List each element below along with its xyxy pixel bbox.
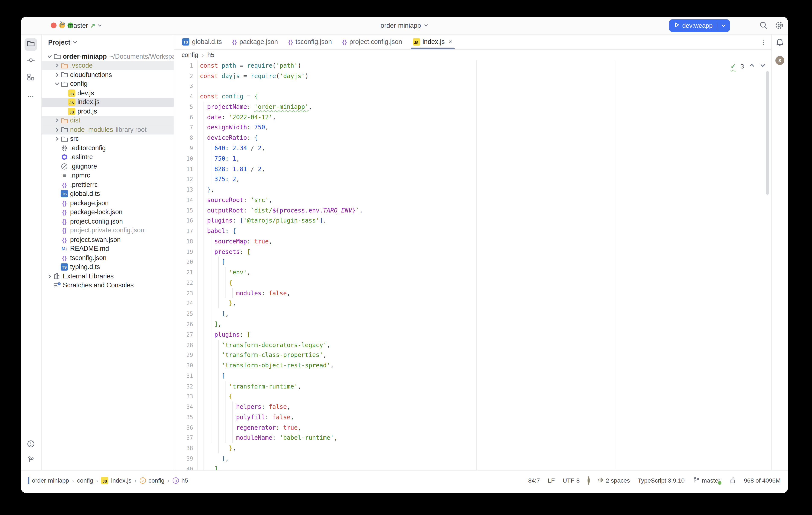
- code-line[interactable]: 15 outputRoot: `dist/${process.env.TARO_…: [174, 205, 771, 215]
- tree-item-prod.js[interactable]: JSprod.js: [42, 107, 174, 116]
- code-line[interactable]: 4const config = {: [174, 91, 771, 102]
- status-crumb-index.js[interactable]: JSindex.js: [101, 477, 132, 484]
- code-line[interactable]: 36 regenerator: true,: [174, 423, 771, 433]
- tree-item-.prettierrc[interactable]: {}.prettierrc: [42, 180, 174, 189]
- tree-item-.vscode[interactable]: .vscode: [42, 61, 174, 70]
- tree-item-order-miniapp[interactable]: order-miniapp~/Documents/Workspace/: [42, 52, 174, 61]
- tree-item-dist[interactable]: dist: [42, 116, 174, 125]
- code-line[interactable]: 2const dayjs = require('dayjs'): [174, 71, 771, 81]
- tree-item-index.js[interactable]: JSindex.js: [42, 98, 174, 107]
- tree-item-cloudfunctions[interactable]: cloudfunctions: [42, 70, 174, 79]
- code-line[interactable]: 28 'transform-decorators-legacy',: [174, 340, 771, 350]
- chevron-right-icon[interactable]: [54, 118, 60, 123]
- status-file-encoding[interactable]: UTF-8: [563, 478, 580, 484]
- activity-project-button[interactable]: [25, 38, 37, 51]
- project-panel-header[interactable]: Project: [42, 34, 174, 50]
- activity-more-tools-button[interactable]: …: [25, 88, 37, 101]
- status-memory-indicator[interactable]: 968 of 4096M: [744, 478, 781, 484]
- search-everywhere-button[interactable]: [759, 21, 768, 30]
- code-line[interactable]: 16 plugins: ['@tarojs/plugin-sass'],: [174, 215, 771, 226]
- chevron-right-icon[interactable]: [54, 63, 60, 68]
- code-line[interactable]: 1const path = require('path'): [174, 60, 771, 71]
- run-button[interactable]: dev:weapp: [669, 19, 730, 32]
- status-crumb-h5[interactable]: ph5: [173, 478, 188, 484]
- status-highlighting-level[interactable]: [587, 478, 589, 484]
- code-line[interactable]: 22 {: [174, 277, 771, 288]
- code-line[interactable]: 25 ],: [174, 308, 771, 319]
- code-line[interactable]: 34 helpers: false,: [174, 402, 771, 412]
- code-line[interactable]: 9 640: 2.34 / 2,: [174, 143, 771, 153]
- breadcrumb-item-config[interactable]: config: [181, 51, 198, 58]
- status-line-separator[interactable]: LF: [548, 478, 555, 484]
- code-line[interactable]: 13 },: [174, 184, 771, 195]
- code-line[interactable]: 7 designWidth: 750,: [174, 122, 771, 133]
- plugin-x-icon[interactable]: X: [775, 56, 784, 65]
- chevron-right-icon[interactable]: [54, 136, 60, 142]
- tree-item-.npmrc[interactable]: ≡.npmrc: [42, 171, 174, 180]
- code-line[interactable]: 40 ],: [174, 464, 771, 470]
- tree-item-project.config.json[interactable]: {}project.config.json: [42, 217, 174, 226]
- code-line[interactable]: 5 projectName: 'order-miniapp',: [174, 102, 771, 112]
- chevron-right-icon[interactable]: [54, 127, 60, 133]
- tree-item-Scratches and Consoles[interactable]: Scratches and Consoles: [42, 281, 174, 290]
- tab-options-kebab-icon[interactable]: ⋮: [760, 38, 767, 46]
- code-line[interactable]: 26 ],: [174, 319, 771, 329]
- tab-global.d.ts[interactable]: TSglobal.d.ts: [177, 34, 227, 49]
- code-line[interactable]: 37 moduleName: 'babel-runtime',: [174, 433, 771, 443]
- activity-commit-button[interactable]: [25, 55, 37, 67]
- status-crumb-order-miniapp[interactable]: order-miniapp: [28, 478, 69, 484]
- code-line[interactable]: 27 plugins: [: [174, 329, 771, 340]
- tab-project.config.json[interactable]: {}project.config.json: [337, 34, 407, 49]
- tree-item-.eslintrc[interactable]: .eslintrc: [42, 153, 174, 162]
- code-line[interactable]: 19 presets: [: [174, 246, 771, 256]
- code-line[interactable]: 30 'transform-object-rest-spread',: [174, 360, 771, 371]
- code-line[interactable]: 31 [: [174, 371, 771, 381]
- breadcrumb-item-h5[interactable]: h5: [207, 51, 214, 58]
- tree-item-project.swan.json[interactable]: {}project.swan.json: [42, 235, 174, 244]
- code-editor[interactable]: 1const path = require('path')2const dayj…: [174, 60, 771, 470]
- chevron-down-icon[interactable]: [54, 81, 60, 87]
- notifications-icon[interactable]: [775, 38, 784, 49]
- code-line[interactable]: 38 },: [174, 443, 771, 453]
- tree-item-node_modules[interactable]: node_moduleslibrary root: [42, 125, 174, 134]
- activity-problems-button[interactable]: [25, 439, 37, 451]
- tree-item-dev.js[interactable]: JSdev.js: [42, 88, 174, 98]
- activity-structure-button[interactable]: [25, 72, 37, 84]
- status-git-branch[interactable]: master: [692, 477, 721, 485]
- activity-version-control-button[interactable]: [25, 454, 37, 467]
- tab-index.js[interactable]: JSindex.js✕: [407, 34, 457, 49]
- code-line[interactable]: 10 750: 1,: [174, 154, 771, 164]
- tree-item-global.d.ts[interactable]: TSglobal.d.ts: [42, 189, 174, 198]
- code-line[interactable]: 23 modules: false,: [174, 288, 771, 298]
- tab-package.json[interactable]: {}package.json: [227, 34, 283, 49]
- tree-item-config[interactable]: config: [42, 79, 174, 88]
- status-crumb-config[interactable]: vconfig: [140, 478, 165, 484]
- code-line[interactable]: 24 },: [174, 298, 771, 308]
- tree-item-typing.d.ts[interactable]: TStyping.d.ts: [42, 263, 174, 272]
- code-line[interactable]: 32 'transform-runtime',: [174, 381, 771, 391]
- tree-item-package-lock.json[interactable]: {}package-lock.json: [42, 208, 174, 217]
- code-line[interactable]: 35 polyfill: false,: [174, 412, 771, 422]
- tab-tsconfig.json[interactable]: {}tsconfig.json: [283, 34, 337, 49]
- tree-item-project.private.config.json[interactable]: {}project.private.config.json: [42, 226, 174, 235]
- code-line[interactable]: 6 date: '2022-04-12',: [174, 112, 771, 122]
- run-options-chevron[interactable]: [717, 23, 730, 28]
- settings-button[interactable]: [775, 21, 784, 30]
- code-line[interactable]: 11 828: 1.81 / 2,: [174, 164, 771, 174]
- tree-item-External Libraries[interactable]: External Libraries: [42, 272, 174, 281]
- status-typescript-version[interactable]: TypeScript 3.9.10: [638, 478, 685, 484]
- tree-item-src[interactable]: src: [42, 134, 174, 143]
- code-line[interactable]: 39 ],: [174, 453, 771, 464]
- code-line[interactable]: 18 sourceMap: true,: [174, 236, 771, 246]
- prev-problem-chevron[interactable]: [749, 62, 755, 70]
- status-crumb-config[interactable]: config: [77, 478, 93, 484]
- tree-item-.gitignore[interactable]: .gitignore: [42, 162, 174, 171]
- status-caret-position[interactable]: 84:7: [528, 478, 540, 484]
- code-line[interactable]: 21 'env',: [174, 267, 771, 277]
- code-line[interactable]: 14 sourceRoot: 'src',: [174, 195, 771, 205]
- tree-item-package.json[interactable]: {}package.json: [42, 198, 174, 208]
- next-problem-chevron[interactable]: [760, 62, 766, 70]
- chevron-right-icon[interactable]: [47, 274, 53, 279]
- chevron-down-icon[interactable]: [47, 54, 53, 59]
- close-tab-icon[interactable]: ✕: [448, 39, 453, 45]
